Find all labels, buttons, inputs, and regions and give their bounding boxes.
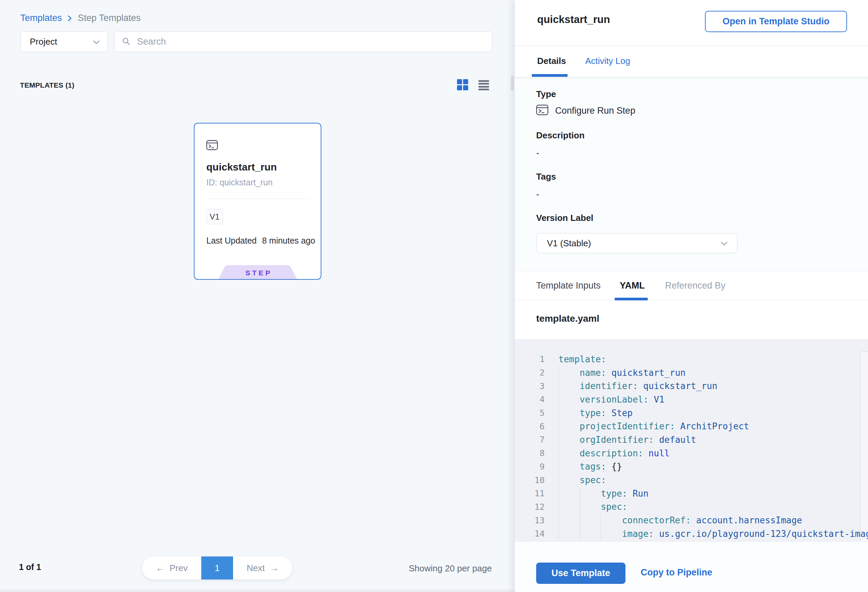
line-number: 8 xyxy=(515,448,545,458)
use-template-button[interactable]: Use Template xyxy=(536,562,626,584)
chevron-down-icon xyxy=(720,238,728,249)
panel-bottom-edge xyxy=(0,590,515,592)
tab-template-inputs[interactable]: Template Inputs xyxy=(536,280,601,291)
search-box xyxy=(114,31,492,52)
arrow-left-icon: ← xyxy=(156,563,165,573)
yaml-file-name: template.yaml xyxy=(536,313,599,324)
line-number: 12 xyxy=(515,502,545,512)
detail-subtabs: Template Inputs YAML Referenced By xyxy=(515,271,868,300)
line-number: 4 xyxy=(515,394,545,404)
list-view-button[interactable] xyxy=(478,80,489,90)
tab-referenced-by[interactable]: Referenced By xyxy=(665,280,726,291)
last-updated-label: Last Updated xyxy=(206,236,257,246)
card-divider xyxy=(206,199,310,199)
type-label: Type xyxy=(536,89,556,99)
prev-label: Prev xyxy=(170,563,187,573)
code-line: 4 versionLabel: V1 xyxy=(515,393,868,406)
grid-view-icon xyxy=(457,79,462,84)
pagination-prev-button[interactable]: ← Prev xyxy=(142,557,201,579)
line-number: 5 xyxy=(515,408,545,418)
tab-details[interactable]: Details xyxy=(537,56,566,66)
arrow-right-icon: → xyxy=(270,563,279,573)
grid-view-button[interactable] xyxy=(457,79,468,90)
details-section: Type Configure Run Step Description - Ta… xyxy=(515,77,868,271)
code-text: projectIdentifier: ArchitProject xyxy=(545,421,749,431)
type-value: Configure Run Step xyxy=(555,106,635,116)
code-text: spec: xyxy=(545,475,606,485)
templates-count-heading: TEMPLATES (1) xyxy=(20,81,74,89)
drawer-footer: Use Template Copy to Pipeline xyxy=(515,541,868,592)
code-text: type: Run xyxy=(545,489,648,499)
yaml-file-bar: template.yaml xyxy=(515,300,868,339)
code-line: 7 orgIdentifier: default xyxy=(515,433,868,447)
line-number: 14 xyxy=(515,529,545,539)
code-text: description: null xyxy=(545,448,670,458)
line-number: 2 xyxy=(515,368,545,378)
templates-page: Templates Step Templates Project TEMPLAT… xyxy=(0,0,868,592)
pagination-page-1[interactable]: 1 xyxy=(201,557,233,579)
code-line: 11 type: Run xyxy=(515,487,868,500)
line-number: 6 xyxy=(515,422,545,431)
terminal-icon xyxy=(536,103,549,118)
yaml-editor[interactable]: 1template:2 name: quickstart_run3 identi… xyxy=(515,339,868,541)
code-line: 10 spec: xyxy=(515,473,868,487)
breadcrumb-templates-link[interactable]: Templates xyxy=(20,13,62,23)
code-line: 13 connectorRef: account.harnessImage xyxy=(515,514,868,527)
card-id: ID: quickstart_run xyxy=(206,178,273,187)
version-select-value: V1 (Stable) xyxy=(547,238,591,249)
breadcrumb: Templates Step Templates xyxy=(20,13,141,23)
pagination-range: 1 of 1 xyxy=(19,562,41,572)
chevron-down-icon xyxy=(93,37,100,47)
template-card-quickstart-run[interactable]: quickstart_run ID: quickstart_run V1 Las… xyxy=(194,123,321,280)
code-line: 5 type: Step xyxy=(515,406,868,420)
open-in-template-studio-button[interactable]: Open in Template Studio xyxy=(705,11,847,32)
code-line: 12 spec: xyxy=(515,500,868,514)
list-view-icon xyxy=(478,80,489,82)
line-number: 3 xyxy=(515,381,545,391)
code-line: 14 image: us.gcr.io/playground-123/quick… xyxy=(515,527,868,540)
tab-activity-log[interactable]: Activity Log xyxy=(585,56,630,66)
version-select[interactable]: V1 (Stable) xyxy=(536,233,737,253)
copy-to-pipeline-link[interactable]: Copy to Pipeline xyxy=(641,567,712,578)
breadcrumb-current: Step Templates xyxy=(78,13,141,23)
code-line: 8 description: null xyxy=(515,447,868,460)
code-text: tags: {} xyxy=(545,461,622,472)
card-last-updated: Last Updated 8 minutes ago xyxy=(206,236,315,246)
chevron-right-icon xyxy=(67,14,72,22)
panel-scrollbar-thumb[interactable] xyxy=(511,75,514,91)
description-label: Description xyxy=(536,130,585,141)
tags-value: - xyxy=(536,189,539,199)
code-text: template: xyxy=(545,354,606,364)
card-version-badge: V1 xyxy=(206,209,223,224)
code-text: spec: xyxy=(545,502,627,512)
step-badge-label: STEP xyxy=(218,265,298,280)
code-text: orgIdentifier: default xyxy=(545,435,696,445)
header-divider xyxy=(515,46,868,46)
code-line: 2 name: quickstart_run xyxy=(515,366,868,379)
pagination-page-size: Showing 20 per page xyxy=(409,563,492,574)
line-number: 9 xyxy=(515,462,545,472)
version-label: Version Label xyxy=(536,213,593,223)
description-value: - xyxy=(536,148,539,158)
code-text: image: us.gcr.io/playground-123/quicksta… xyxy=(545,529,868,539)
code-text: name: quickstart_run xyxy=(545,368,686,378)
code-line: 3 identifier: quickstart_run xyxy=(515,379,868,393)
code-text: identifier: quickstart_run xyxy=(545,381,717,391)
code-text: type: Step xyxy=(545,408,633,418)
code-line: 1template: xyxy=(515,353,868,366)
type-row: Configure Run Step xyxy=(536,103,635,118)
scope-select[interactable]: Project xyxy=(21,31,108,52)
line-number: 13 xyxy=(515,515,545,526)
line-number: 11 xyxy=(515,489,545,498)
search-icon xyxy=(121,37,131,47)
terminal-icon xyxy=(206,139,218,153)
tab-yaml[interactable]: YAML xyxy=(620,280,645,291)
code-line: 9 tags: {} xyxy=(515,460,868,474)
search-input[interactable] xyxy=(136,36,485,47)
line-number: 1 xyxy=(515,354,545,364)
next-label: Next xyxy=(247,563,264,573)
line-number: 10 xyxy=(515,475,545,485)
code-text: connectorRef: account.harnessImage xyxy=(545,515,802,526)
card-title: quickstart_run xyxy=(206,161,277,173)
pagination-next-button[interactable]: Next → xyxy=(233,557,292,579)
